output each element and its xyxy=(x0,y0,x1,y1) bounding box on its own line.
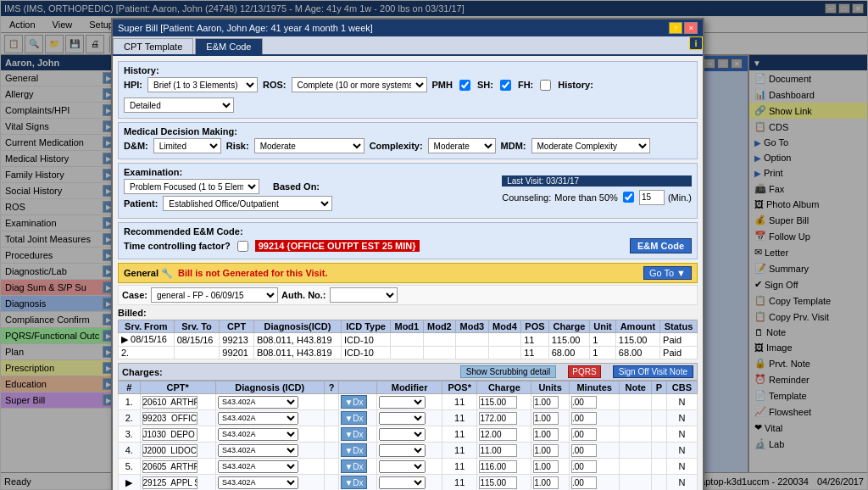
em-code-button[interactable]: E&M Code xyxy=(630,238,692,253)
charges-minutes-6[interactable] xyxy=(571,476,597,489)
charges-diag-5[interactable]: S43.402AF17.200 xyxy=(218,460,298,473)
dx-btn-3[interactable]: ▼Dx xyxy=(341,427,366,441)
charges-minutes-1[interactable] xyxy=(571,396,597,409)
charges-col-cpt: CPT* xyxy=(140,381,215,394)
charges-modifier-3[interactable] xyxy=(379,428,426,441)
charges-units-2[interactable] xyxy=(533,412,559,425)
billed-col-diag: Diagnosis(ICD) xyxy=(253,320,341,333)
minutes-input[interactable] xyxy=(639,190,665,205)
info-icon[interactable]: i xyxy=(689,36,703,50)
charges-modifier-1[interactable] xyxy=(379,396,426,409)
charges-cpt-3[interactable] xyxy=(142,428,198,441)
sh-checkbox[interactable] xyxy=(500,80,511,91)
pmh-checkbox[interactable] xyxy=(459,80,470,91)
charges-minutes-4[interactable] xyxy=(571,444,597,457)
charges-units-5[interactable] xyxy=(533,460,559,473)
charges-units-4[interactable] xyxy=(533,444,559,457)
dm-select[interactable]: Limited xyxy=(153,138,221,153)
charges-diag-6[interactable]: S43.402AF17.200 xyxy=(218,476,298,489)
dx-btn-6[interactable]: ▼Dx xyxy=(341,476,366,489)
charges-row-5[interactable]: 5. S43.402AF17.200 ▼Dx 11 xyxy=(119,459,698,475)
dx-btn-5[interactable]: ▼Dx xyxy=(341,459,366,473)
mdm-result-select[interactable]: Moderate Complexity xyxy=(531,138,650,153)
hpi-select[interactable]: Brief (1 to 3 Elements) xyxy=(147,77,258,92)
billed-col-unit: Unit xyxy=(590,320,616,333)
charges-minutes-2[interactable] xyxy=(571,412,597,425)
show-scrub-button[interactable]: Show Scrubbing detail xyxy=(460,365,557,378)
recommended-section: Recommended E&M Code: Time controlling f… xyxy=(118,222,698,259)
modal-close-button[interactable]: ✕ xyxy=(684,22,698,34)
charges-charge-3[interactable] xyxy=(479,428,517,441)
ros-select[interactable]: Complete (10 or more systems) xyxy=(292,77,427,92)
charges-charge-5[interactable] xyxy=(479,460,517,473)
charges-row-4[interactable]: 4. S43.402A ▼Dx 11 xyxy=(119,443,698,459)
billed-col-srvfrom: Srv. From xyxy=(119,320,175,333)
minutes-label: (Min.) xyxy=(668,192,692,203)
examination-select[interactable]: Problem Focused (1 to 5 Eleme... xyxy=(124,179,259,194)
modal-help-button[interactable]: ? xyxy=(669,22,682,34)
tab-cpt-template[interactable]: CPT Template xyxy=(113,38,193,54)
recommended-label: Recommended E&M Code: xyxy=(124,226,243,237)
tab-em-code[interactable]: E&M Code xyxy=(195,38,262,54)
go-to-button[interactable]: Go To ▼ xyxy=(643,266,692,280)
billed-col-mod4: Mod4 xyxy=(488,320,521,333)
sign-off-button[interactable]: Sign Off Visit Note xyxy=(613,365,693,378)
dx-btn-1[interactable]: ▼Dx xyxy=(341,395,366,409)
charges-row-3[interactable]: 3. S43.402A ▼Dx 11 xyxy=(119,426,698,443)
charges-charge-2[interactable] xyxy=(479,412,517,425)
modal-overlay: Super Bill [Patient: Aaron, John Age: 41… xyxy=(1,1,867,489)
charges-col-p: P xyxy=(652,381,667,394)
dx-btn-4[interactable]: ▼Dx xyxy=(341,443,366,457)
charges-diag-3[interactable]: S43.402A xyxy=(218,428,298,441)
charges-charge-6[interactable] xyxy=(479,476,517,489)
charges-units-1[interactable] xyxy=(533,396,559,409)
risk-label: Risk: xyxy=(226,141,249,151)
dx-btn-2[interactable]: ▼Dx xyxy=(341,411,366,425)
complexity-label: Complexity: xyxy=(370,141,423,151)
charges-modifier-6[interactable] xyxy=(379,476,426,489)
risk-select[interactable]: Moderate xyxy=(254,138,364,153)
charges-col-minutes: Minutes xyxy=(569,381,619,394)
complexity-select[interactable]: Moderate xyxy=(428,138,496,153)
history-select[interactable]: Detailed xyxy=(124,97,234,113)
modal-body: History: HPI: Brief (1 to 3 Elements) RO… xyxy=(113,56,703,490)
charges-modifier-5[interactable] xyxy=(379,460,426,473)
charges-diag-1[interactable]: S43.402A xyxy=(218,396,298,409)
charges-table: # CPT* Diagnosis (ICD) ? Modifier POS* C… xyxy=(118,381,698,490)
charges-cpt-1[interactable] xyxy=(142,396,198,409)
main-window: IMS (IMS, ORTHOPEDIC) [Patient: Aaron, J… xyxy=(0,0,868,490)
auth-select[interactable] xyxy=(330,287,398,303)
charges-minutes-5[interactable] xyxy=(571,460,597,473)
auth-label: Auth. No.: xyxy=(281,290,326,300)
charges-row-6[interactable]: ▶ S43.402AF17.200 ▼Dx 11 xyxy=(119,475,698,491)
charges-units-3[interactable] xyxy=(533,428,559,441)
charges-charge-1[interactable] xyxy=(479,396,517,409)
charges-units-6[interactable] xyxy=(533,476,559,489)
charges-modifier-4[interactable] xyxy=(379,444,426,457)
patient-select[interactable]: Established Office/Outpatient xyxy=(163,196,332,211)
counseling-checkbox[interactable] xyxy=(623,192,634,203)
fh-checkbox[interactable] xyxy=(540,80,551,91)
history-section: History: HPI: Brief (1 to 3 Elements) RO… xyxy=(118,61,698,119)
billed-col-amount: Amount xyxy=(615,320,659,333)
charges-cpt-4[interactable] xyxy=(142,444,198,457)
mdm-result-label: MDM: xyxy=(501,141,526,151)
billed-row-1[interactable]: ▶ 08/15/16 08/15/16 99213 B08.011, H43.8… xyxy=(119,333,698,347)
charges-row-1[interactable]: 1. S43.402A ▼Dx 11 xyxy=(119,394,698,410)
charges-col-dx xyxy=(339,381,377,394)
charges-diag-4[interactable]: S43.402A xyxy=(218,444,298,457)
charges-cpt-2[interactable] xyxy=(142,412,198,425)
charges-row-2[interactable]: 2. S43.402A ▼Dx 11 xyxy=(119,410,698,426)
charges-charge-4[interactable] xyxy=(479,444,517,457)
billed-row-2[interactable]: 2. 99201 B08.011, H43.819 ICD-10 xyxy=(119,347,698,359)
charges-modifier-2[interactable] xyxy=(379,412,426,425)
charges-diag-2[interactable]: S43.402A xyxy=(218,412,298,425)
pqrs-button[interactable]: PQRS xyxy=(568,365,600,378)
charges-cpt-6[interactable] xyxy=(142,476,198,489)
time-factor-checkbox[interactable] xyxy=(237,241,248,252)
case-select[interactable]: general - FP - 06/09/15 xyxy=(151,287,278,303)
charges-minutes-3[interactable] xyxy=(571,428,597,441)
sh-label: SH: xyxy=(477,80,493,90)
examination-label: Examination: xyxy=(124,167,182,177)
charges-cpt-5[interactable] xyxy=(142,460,198,473)
